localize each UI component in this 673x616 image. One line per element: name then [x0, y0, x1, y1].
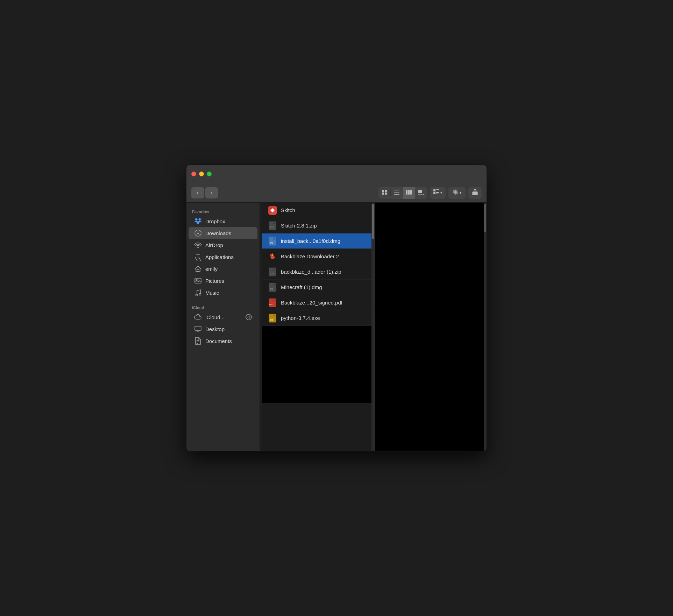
- python-exe-name: python-3.7.4.exe: [281, 315, 320, 321]
- view-list-button[interactable]: [391, 187, 403, 199]
- close-button[interactable]: [191, 172, 196, 176]
- svg-rect-28: [195, 278, 201, 283]
- svg-rect-10: [418, 190, 422, 193]
- downloads-icon: [194, 229, 202, 237]
- right-scrollbar-thumb[interactable]: [484, 204, 486, 232]
- svg-rect-17: [436, 192, 439, 193]
- toolbar: ‹ ›: [186, 183, 487, 203]
- skitch-zip-name: Skitch-2.8.1.zip: [281, 223, 317, 229]
- svg-rect-13: [423, 194, 424, 195]
- pictures-icon: [194, 277, 202, 285]
- file-item-python-exe[interactable]: EXE python-3.7.4.exe: [262, 310, 371, 326]
- sidebar-item-desktop[interactable]: Desktop: [189, 323, 257, 335]
- sidebar-item-airdrop[interactable]: AirDrop: [189, 239, 257, 251]
- sidebar-item-downloads[interactable]: Downloads: [189, 227, 257, 239]
- pdf-icon: PDF: [268, 298, 277, 308]
- file-item-install-dmg[interactable]: DMG install_back...0a1f0d.dmg: [262, 233, 371, 249]
- minecraft-dmg-name: Minecraft (1).dmg: [281, 284, 322, 290]
- sidebar-item-documents[interactable]: Documents: [189, 335, 257, 347]
- svg-point-43: [272, 256, 273, 257]
- gear-button[interactable]: ▾: [448, 187, 466, 199]
- minimize-button[interactable]: [199, 172, 204, 176]
- empty-area: [262, 326, 371, 403]
- music-label: Music: [205, 290, 219, 296]
- icloud-sync-icon: ◔: [246, 314, 252, 320]
- emily-label: emily: [205, 266, 218, 272]
- columns-icon: [406, 190, 412, 196]
- scrollbar-thumb[interactable]: [372, 204, 374, 239]
- music-icon: [194, 289, 202, 296]
- sidebar-item-icloud[interactable]: iCloud... ◔: [189, 311, 257, 323]
- forward-button[interactable]: ›: [205, 187, 218, 198]
- dmg-icon: DMG: [268, 236, 277, 246]
- view-column-button[interactable]: [403, 187, 415, 199]
- scrollbar[interactable]: [371, 203, 374, 451]
- sidebar-item-applications[interactable]: Applications: [189, 251, 257, 263]
- svg-rect-11: [418, 194, 420, 195]
- sidebar-item-pictures[interactable]: Pictures: [189, 275, 257, 287]
- svg-rect-38: [269, 222, 276, 230]
- file-item-minecraft-dmg[interactable]: DMG Minecraft (1).dmg: [262, 280, 371, 295]
- dropbox-icon: [194, 217, 202, 225]
- pictures-label: Pictures: [205, 278, 224, 284]
- file-item-backblaze-dl[interactable]: Backblaze Downloader 2: [262, 249, 371, 264]
- file-item-backblaze-pdf[interactable]: PDF Backblaze...20_signed.pdf: [262, 295, 371, 310]
- svg-rect-1: [385, 190, 387, 192]
- applications-label: Applications: [205, 254, 234, 260]
- svg-rect-3: [385, 192, 387, 195]
- sidebar: Favorites Dropbox Downloads: [186, 203, 260, 451]
- skitch-icon: [268, 205, 277, 215]
- right-scrollbar[interactable]: [484, 203, 487, 451]
- sort-arrow-icon: ▾: [440, 191, 442, 195]
- view-icon-button[interactable]: [378, 187, 390, 199]
- applications-icon: [194, 253, 202, 261]
- svg-text:DMG: DMG: [270, 242, 273, 244]
- list-icon: [394, 190, 399, 196]
- back-button[interactable]: ‹: [191, 187, 204, 198]
- airdrop-label: AirDrop: [205, 242, 223, 248]
- favorites-label: Favorites: [186, 207, 260, 215]
- gear-icon: [453, 189, 458, 196]
- minecraft-icon: DMG: [268, 282, 277, 292]
- maximize-button[interactable]: [207, 172, 212, 176]
- svg-line-25: [195, 257, 197, 261]
- svg-rect-46: [269, 283, 276, 292]
- svg-rect-6: [394, 194, 399, 195]
- svg-text:EXE: EXE: [270, 319, 273, 321]
- svg-text:DMG: DMG: [270, 288, 273, 290]
- backblaze-icon: [268, 252, 277, 261]
- install-dmg-name: install_back...0a1f0d.dmg: [281, 238, 340, 244]
- icloud-left: iCloud...: [194, 313, 225, 321]
- sidebar-item-dropbox[interactable]: Dropbox: [189, 215, 257, 227]
- svg-rect-0: [382, 190, 384, 192]
- dropbox-label: Dropbox: [205, 218, 225, 224]
- sidebar-item-emily[interactable]: emily: [189, 263, 257, 275]
- view-gallery-button[interactable]: [415, 187, 427, 199]
- skitch-name: Skitch: [281, 207, 295, 213]
- svg-point-22: [197, 245, 199, 247]
- file-item-backblaze-zip[interactable]: ZIP backblaze_d...ader (1).zip: [262, 264, 371, 280]
- svg-rect-2: [382, 192, 384, 195]
- sort-button[interactable]: ▾: [430, 187, 446, 199]
- svg-rect-50: [269, 314, 276, 322]
- title-bar: [186, 165, 487, 183]
- icloud-drive-label: iCloud...: [205, 314, 225, 320]
- file-item-skitch[interactable]: Skitch: [262, 203, 371, 218]
- share-button[interactable]: [468, 187, 482, 199]
- svg-rect-18: [436, 194, 438, 194]
- cloud-icon: [194, 313, 202, 321]
- documents-icon: [194, 337, 202, 345]
- downloads-label: Downloads: [205, 230, 231, 236]
- svg-rect-16: [433, 192, 435, 194]
- main-content: Skitch ZIP Skitch-2.8.1.zip: [262, 203, 487, 451]
- back-icon: ‹: [197, 190, 198, 196]
- svg-line-26: [199, 257, 201, 261]
- backblaze-pdf-name: Backblaze...20_signed.pdf: [281, 300, 342, 306]
- sidebar-item-music[interactable]: Music: [189, 287, 257, 299]
- documents-label: Documents: [205, 338, 232, 344]
- svg-rect-12: [420, 194, 422, 195]
- svg-point-30: [196, 294, 198, 296]
- zip-icon: ZIP: [268, 221, 277, 231]
- content-area: Favorites Dropbox Downloads: [186, 203, 487, 451]
- file-item-skitch-zip[interactable]: ZIP Skitch-2.8.1.zip: [262, 218, 371, 233]
